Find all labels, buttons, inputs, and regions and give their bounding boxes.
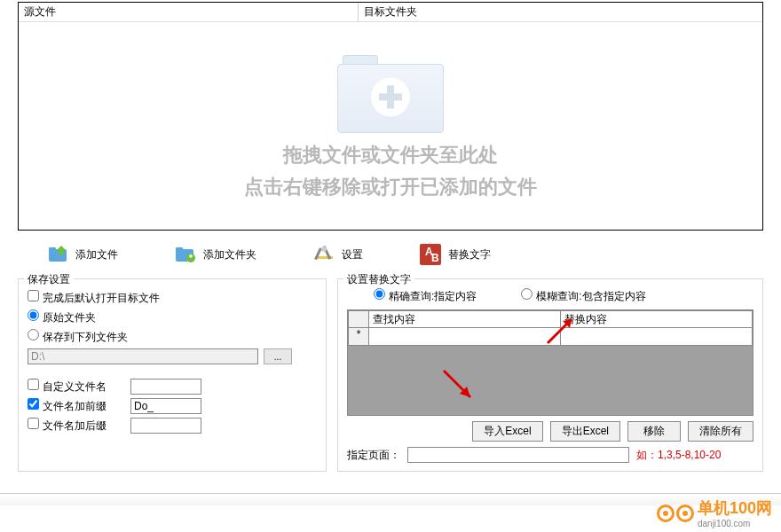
watermark-logo-icon xyxy=(657,505,674,522)
settings-label: 设置 xyxy=(342,247,363,262)
original-folder-radio[interactable]: 原始文件夹 xyxy=(28,309,96,325)
svg-text:B: B xyxy=(431,252,439,264)
custom-filename-checkbox[interactable]: 自定义文件名 xyxy=(28,379,125,395)
save-settings-group: 保存设置 完成后默认打开目标文件 原始文件夹 保存到下列文件夹 ... 自定义文… xyxy=(18,278,327,472)
watermark-logo-icon xyxy=(676,505,694,522)
add-folder-label: 添加文件夹 xyxy=(203,247,256,262)
add-folder-icon xyxy=(173,242,198,267)
drop-hint-1: 拖拽文件或文件夹至此处 xyxy=(283,142,498,168)
svg-rect-1 xyxy=(49,247,56,251)
prefix-checkbox[interactable]: 文件名加前缀 xyxy=(28,398,125,414)
open-after-done-checkbox[interactable]: 完成后默认打开目标文件 xyxy=(28,290,160,306)
save-to-folder-radio[interactable]: 保存到下列文件夹 xyxy=(28,329,128,345)
page-range-input[interactable] xyxy=(407,447,629,463)
replace-grid[interactable]: 查找内容 替换内容 * xyxy=(347,309,753,416)
import-excel-button[interactable]: 导入Excel xyxy=(472,421,542,442)
add-file-label: 添加文件 xyxy=(75,247,118,262)
grid-cell-find[interactable] xyxy=(369,328,561,346)
custom-filename-input[interactable] xyxy=(130,379,201,395)
replace-settings-legend: 设置替换文字 xyxy=(343,272,414,287)
add-file-button[interactable]: 添加文件 xyxy=(36,238,128,271)
drop-placeholder: 拖拽文件或文件夹至此处 点击右键移除或打开已添加的文件 xyxy=(19,24,762,230)
column-source-file[interactable]: 源文件 xyxy=(19,3,359,21)
drop-hint-2: 点击右键移除或打开已添加的文件 xyxy=(244,174,537,200)
fuzzy-match-radio[interactable]: 模糊查询:包含指定内容 xyxy=(521,288,645,304)
drop-headers: 源文件 目标文件夹 xyxy=(19,3,762,22)
settings-button[interactable]: 设置 xyxy=(302,238,373,271)
annotation-arrow-icon xyxy=(437,364,481,408)
replace-text-icon: AB xyxy=(418,242,443,267)
grid-cell-replace[interactable] xyxy=(561,328,753,346)
replace-text-label: 替换文字 xyxy=(448,247,491,262)
svg-rect-3 xyxy=(176,247,183,251)
page-label: 指定页面： xyxy=(347,448,400,463)
watermark-name: 单机100网 xyxy=(698,497,772,519)
svg-rect-6 xyxy=(190,254,192,258)
replace-settings-group: 设置替换文字 精确查询:指定内容 模糊查询:包含指定内容 查找内容 替换内容 *… xyxy=(337,278,763,472)
suffix-input[interactable] xyxy=(130,418,201,434)
grid-col-find[interactable]: 查找内容 xyxy=(369,310,561,328)
grid-row-marker[interactable]: * xyxy=(348,328,369,346)
folder-plus-icon xyxy=(337,53,444,133)
svg-point-10 xyxy=(321,246,327,252)
replace-text-button[interactable]: AB 替换文字 xyxy=(408,238,501,271)
save-settings-legend: 保存设置 xyxy=(24,272,74,287)
column-target-folder[interactable]: 目标文件夹 xyxy=(359,3,762,21)
grid-corner xyxy=(348,310,369,328)
add-file-icon xyxy=(45,242,70,267)
export-excel-button[interactable]: 导出Excel xyxy=(550,421,620,442)
prefix-input[interactable] xyxy=(130,398,201,414)
clear-all-button[interactable]: 清除所有 xyxy=(688,421,753,442)
settings-icon xyxy=(312,242,336,267)
file-drop-area[interactable]: 源文件 目标文件夹 拖拽文件或文件夹至此处 点击右键移除或打开已添加的文件 xyxy=(18,2,763,231)
svg-line-16 xyxy=(444,371,470,397)
watermark-url: danji100.com xyxy=(698,519,772,528)
svg-marker-17 xyxy=(460,387,470,397)
add-folder-button[interactable]: 添加文件夹 xyxy=(163,238,266,271)
watermark: 单机100网 danji100.com xyxy=(657,497,772,528)
grid-col-replace[interactable]: 替换内容 xyxy=(561,310,753,328)
exact-match-radio[interactable]: 精确查询:指定内容 xyxy=(374,288,477,304)
page-hint: 如：1,3,5-8,10-20 xyxy=(636,448,721,463)
browse-button[interactable]: ... xyxy=(264,348,292,364)
remove-button[interactable]: 移除 xyxy=(627,421,681,442)
suffix-checkbox[interactable]: 文件名加后缀 xyxy=(28,418,125,434)
save-path-input xyxy=(28,348,258,364)
